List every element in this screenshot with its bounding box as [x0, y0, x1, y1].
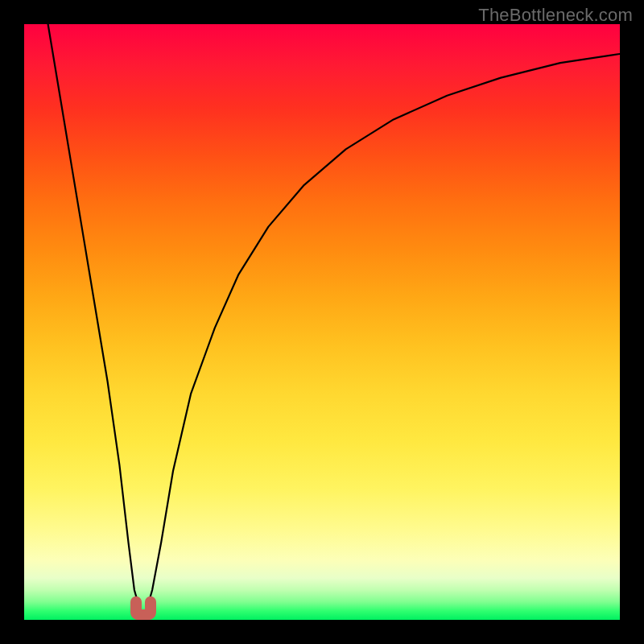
optimum-marker — [136, 602, 151, 615]
watermark-text: TheBottleneck.com — [478, 5, 633, 26]
curve-layer — [24, 24, 620, 620]
plot-area — [24, 24, 620, 620]
outer-frame: TheBottleneck.com — [0, 0, 644, 644]
bottleneck-curve — [48, 24, 620, 611]
